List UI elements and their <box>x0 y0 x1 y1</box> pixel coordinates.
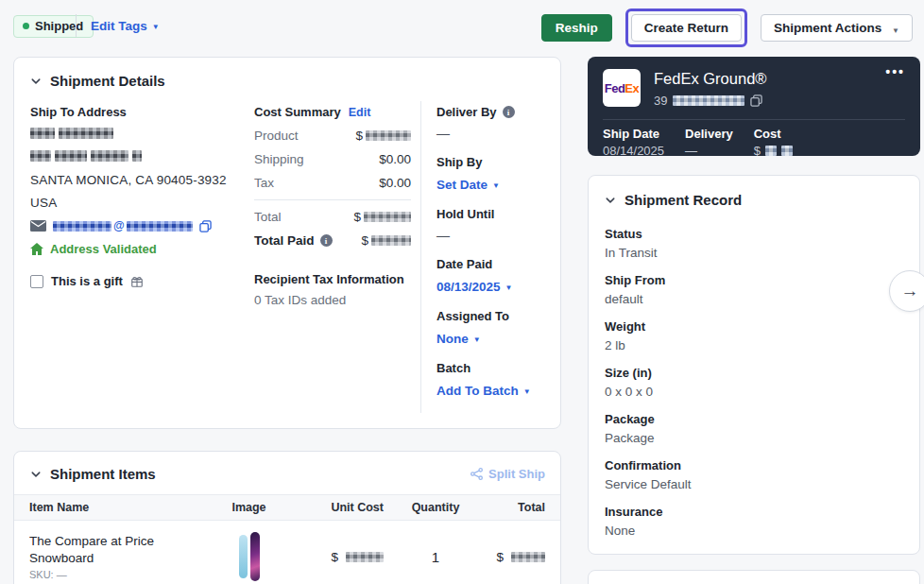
split-ship-label: Split Ship <box>488 467 545 481</box>
col-quantity: Quantity <box>384 501 488 514</box>
total-paid-value-redacted: $ <box>361 233 411 248</box>
chevron-down-icon[interactable] <box>30 76 42 87</box>
carrier-service-name: FedEx Ground® <box>654 70 766 88</box>
envelope-icon <box>30 220 46 232</box>
tracking-number-redacted <box>673 95 744 106</box>
arrow-right-icon: → <box>901 281 919 301</box>
package-label: Package <box>605 412 904 426</box>
carrier-card-divider <box>603 119 905 120</box>
add-to-batch-dropdown[interactable]: Add To Batch▼ <box>436 384 531 398</box>
set-date-dropdown[interactable]: Set Date▼ <box>436 178 500 192</box>
size-value: 0 x 0 x 0 <box>605 385 904 399</box>
tax-value: $0.00 <box>379 176 411 190</box>
batch-label: Batch <box>436 361 559 375</box>
shipment-record-title: Shipment Record <box>625 192 742 208</box>
more-menu-button[interactable]: ••• <box>885 64 905 79</box>
insurance-label: Insurance <box>605 505 904 519</box>
deliver-by-value: — <box>436 126 559 141</box>
tracking-number-prefix: 39 <box>654 94 667 108</box>
caret-down-icon: ▼ <box>152 24 160 31</box>
col-item-name: Item Name <box>29 501 209 514</box>
split-ship-icon <box>471 468 483 480</box>
status-label: Status <box>605 227 904 241</box>
item-sku: SKU: — <box>29 569 209 580</box>
ship-by-label: Ship By <box>436 155 559 169</box>
copy-icon[interactable] <box>750 94 762 107</box>
address-validated-label: Address Validated <box>50 242 157 256</box>
assigned-to-label: Assigned To <box>436 309 559 323</box>
cost-label: Cost <box>754 127 793 141</box>
confirmation-label: Confirmation <box>605 458 904 472</box>
country: USA <box>30 196 244 210</box>
edit-tags-button[interactable]: Edit Tags ▼ <box>91 19 160 33</box>
shipment-actions-label: Shipment Actions <box>774 21 881 35</box>
shipment-items-title: Shipment Items <box>50 466 156 482</box>
create-return-button[interactable]: Create Return <box>631 14 742 42</box>
confirmation-value: Service Default <box>605 477 904 491</box>
cost-value-redacted: $ <box>754 144 793 158</box>
info-icon[interactable]: i <box>320 234 333 247</box>
total-paid-label: Total Paid <box>254 233 315 248</box>
gift-icon <box>130 275 144 288</box>
ship-date-value: 08/14/2025 <box>603 144 664 158</box>
status-dot-icon <box>23 23 29 29</box>
insurance-value: None <box>605 524 904 538</box>
city-state-zip: SANTA MONICA, CA 90405-3932 <box>30 173 244 187</box>
cost-summary-edit-link[interactable]: Edit <box>349 106 371 119</box>
shipment-details-title: Shipment Details <box>50 73 165 89</box>
ship-from-label: Ship From <box>605 273 904 287</box>
fedex-logo: FedEx <box>603 69 641 107</box>
recipient-tax-info-label: Recipient Tax Information <box>254 272 411 286</box>
item-total-redacted: $ <box>488 550 545 564</box>
split-ship-button[interactable]: Split Ship <box>471 467 545 481</box>
status-value: In Transit <box>605 246 904 260</box>
details-column-divider <box>420 101 421 413</box>
shipment-detail-page: Shipped Edit Tags ▼ Reship Create Return… <box>0 0 924 584</box>
item-name-line1: The Compare at Price <box>29 534 209 548</box>
copy-icon[interactable] <box>199 220 212 232</box>
cost-summary-divider <box>254 199 411 200</box>
carrier-card: FedEx FedEx Ground® 39 ••• Ship Date 08/… <box>588 57 920 156</box>
hold-until-label: Hold Until <box>436 207 559 221</box>
expand-panel-arrow-button[interactable]: → <box>889 270 924 312</box>
home-icon <box>30 243 43 255</box>
col-total: Total <box>488 501 545 514</box>
info-icon[interactable]: i <box>503 106 515 118</box>
deliver-by-label: Deliver By <box>436 105 497 119</box>
next-panel-sliver <box>588 570 920 584</box>
delivery-value: — <box>685 144 733 158</box>
gift-checkbox[interactable] <box>30 275 43 288</box>
weight-label: Weight <box>605 319 904 334</box>
caret-down-icon: ▼ <box>523 388 531 396</box>
gift-label: This is a gift <box>51 274 123 288</box>
caret-down-icon: ▼ <box>473 336 481 344</box>
item-name-line2: Snowboard <box>29 551 209 565</box>
shipment-actions-button[interactable]: Shipment Actions ▼ <box>761 14 913 42</box>
shipping-value: $0.00 <box>379 152 411 166</box>
ship-from-value: default <box>605 292 904 306</box>
edit-tags-label: Edit Tags <box>91 19 147 33</box>
col-unit-cost: Unit Cost <box>289 501 384 514</box>
date-paid-dropdown[interactable]: 08/13/2025▼ <box>436 280 513 294</box>
shipment-items-panel: Shipment Items Split Ship Item Name Imag… <box>13 451 561 584</box>
reship-button[interactable]: Reship <box>541 14 612 42</box>
assigned-to-dropdown[interactable]: None▼ <box>436 332 481 346</box>
delivery-label: Delivery <box>685 127 733 141</box>
caret-down-icon: ▼ <box>492 182 500 190</box>
email-redacted[interactable]: @ <box>53 219 193 232</box>
weight-value: 2 lb <box>605 338 904 352</box>
ship-to-address-label: Ship To Address <box>30 105 244 119</box>
items-table-header: Item Name Image Unit Cost Quantity Total <box>14 494 560 521</box>
product-value-redacted: $ <box>355 129 411 143</box>
date-paid-label: Date Paid <box>436 257 559 271</box>
ship-date-label: Ship Date <box>603 127 664 141</box>
hold-until-value: — <box>436 228 559 243</box>
shipping-label: Shipping <box>254 152 304 166</box>
caret-down-icon: ▼ <box>892 26 899 35</box>
chevron-down-icon[interactable] <box>30 469 42 480</box>
product-label: Product <box>254 129 299 143</box>
item-row: The Compare at Price Snowboard SKU: — $ … <box>14 521 560 584</box>
chevron-down-icon[interactable] <box>605 195 616 206</box>
tax-ids-count: 0 Tax IDs added <box>254 293 411 307</box>
col-image: Image <box>209 501 289 514</box>
